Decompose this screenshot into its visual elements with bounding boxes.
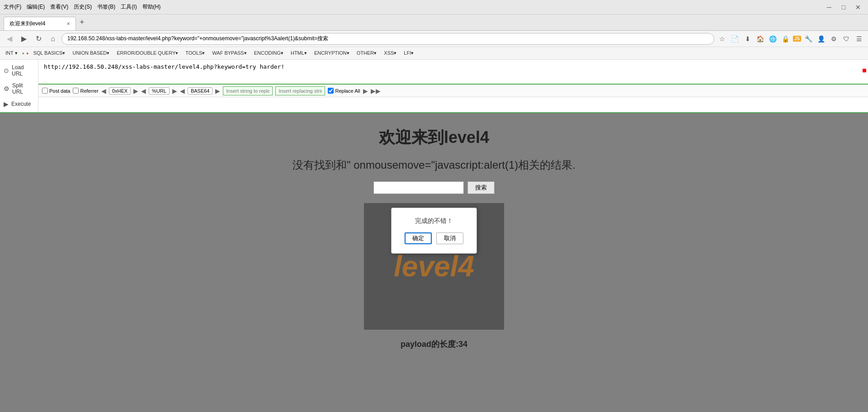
lock-icon[interactable]: 🔒: [780, 33, 791, 44]
modal-dialog: 完成的不错！ 确定 取消: [391, 208, 477, 254]
base64-encode-btn[interactable]: BASE64: [188, 87, 213, 95]
ext-sql-basics[interactable]: SQL BASICS▾: [30, 49, 68, 57]
ext-other[interactable]: OTHER▾: [354, 49, 380, 57]
replace-all-label: Replace All: [335, 88, 360, 94]
tab-bar: 欢迎来到level4 ✕ +: [0, 14, 868, 31]
home-nav-icon[interactable]: 🏠: [755, 33, 766, 44]
arrow-replace-2: ▶▶: [371, 87, 381, 95]
right-arrow-base64: ▶: [215, 87, 220, 95]
minimize-button[interactable]: ─: [823, 3, 835, 12]
find-input[interactable]: [223, 86, 273, 95]
replace-input[interactable]: [275, 86, 325, 95]
url-input-area: http://192.168.50.248/xss-labs-master/le…: [38, 60, 868, 112]
extension-icon3[interactable]: 🛡: [841, 33, 852, 44]
ext-encryption[interactable]: ENCRYPTION▾: [311, 49, 352, 57]
modal-buttons: 确定 取消: [405, 232, 463, 244]
post-data-checkbox[interactable]: [42, 88, 48, 94]
globe-icon[interactable]: 🌐: [768, 33, 778, 44]
bookmark-icon[interactable]: ☆: [717, 33, 728, 44]
maximize-button[interactable]: □: [837, 3, 850, 12]
level4-image-text: level4: [394, 250, 474, 283]
user-icon[interactable]: 👤: [816, 33, 826, 44]
menu-edit[interactable]: 编辑(E): [27, 3, 45, 11]
menu-bookmarks[interactable]: 书签(B): [97, 3, 115, 11]
red-indicator: [863, 69, 866, 72]
url-options-bar: Post data Referrer ◀ 0xHEX ▶ ◀ %URL ▶ ◀: [38, 85, 868, 97]
back-button[interactable]: ◀: [4, 33, 15, 45]
load-url-icon: ⊙: [4, 67, 9, 74]
post-data-label: Post data: [49, 88, 70, 94]
ext-union-based[interactable]: UNION BASED▾: [70, 49, 112, 57]
tab-close-button[interactable]: ✕: [66, 21, 70, 26]
arrow-replace-1: ▶: [363, 87, 368, 95]
split-url-icon: ⚙: [4, 85, 9, 92]
hex-encode-btn[interactable]: 0xHEX: [109, 87, 131, 95]
replace-all-option[interactable]: Replace All: [328, 88, 360, 94]
page-content: 欢迎来到level4 没有找到和" onmousemove="javascrip…: [0, 113, 868, 412]
referrer-checkbox[interactable]: [73, 88, 79, 94]
execute-item[interactable]: ▶ Execute: [0, 98, 38, 110]
split-url-item[interactable]: ⚙ Split URL: [0, 80, 38, 98]
replace-all-checkbox[interactable]: [328, 88, 334, 94]
download-icon[interactable]: ⬇: [742, 33, 753, 44]
extension-toolbar: INT ▾ ● ● SQL BASICS▾ UNION BASED▾ ERROR…: [0, 47, 868, 60]
url-textbox[interactable]: http://192.168.50.248/xss-labs-master/le…: [38, 60, 868, 85]
search-area: 搜索: [373, 181, 495, 194]
tab-label: 欢迎来到level4: [9, 20, 45, 28]
hex-label: 0xHEX: [112, 88, 127, 94]
menu-bar[interactable]: 文件(F) 编辑(E) 查看(V) 历史(S) 书签(B) 工具(I) 帮助(H…: [4, 3, 160, 11]
execute-icon: ▶: [4, 100, 9, 108]
load-url-item[interactable]: ⊙ Load URL: [0, 62, 38, 80]
split-url-label: Split URL: [12, 82, 34, 95]
referrer-label: Referrer: [80, 88, 98, 94]
menu-tools[interactable]: 工具(I): [121, 3, 137, 11]
ext-lfi[interactable]: LFI▾: [401, 49, 416, 57]
js-badge[interactable]: JS: [793, 36, 801, 42]
percent-label: %URL: [152, 88, 166, 94]
reload-button[interactable]: ↻: [33, 33, 44, 45]
base64-label: BASE64: [191, 88, 210, 94]
menu-help[interactable]: 帮助(H): [142, 3, 161, 11]
close-button[interactable]: ✕: [852, 3, 864, 12]
menu-icon[interactable]: ☰: [854, 33, 864, 44]
page-title: 欢迎来到level4: [379, 127, 489, 149]
left-arrow-percent: ◀: [141, 87, 146, 95]
forward-button[interactable]: ▶: [18, 33, 30, 45]
page-subtitle: 没有找到和" onmousemove="javascript:alert(1)相…: [292, 158, 576, 172]
ext-encoding[interactable]: ENCODING▾: [251, 49, 286, 57]
menu-file[interactable]: 文件(F): [4, 3, 21, 11]
nav-icons: ☆ 📄 ⬇ 🏠 🌐 🔒 JS 🔧 👤 ⚙ 🛡 ☰: [717, 33, 864, 44]
ext-int[interactable]: INT ▾: [3, 49, 20, 57]
percent-encode-btn[interactable]: %URL: [149, 87, 170, 95]
page-search-button[interactable]: 搜索: [467, 181, 495, 194]
load-url-label: Load URL: [12, 64, 34, 77]
title-bar: 文件(F) 编辑(E) 查看(V) 历史(S) 书签(B) 工具(I) 帮助(H…: [0, 0, 868, 14]
page-search-input[interactable]: [373, 181, 464, 194]
right-arrow-percent: ▶: [172, 87, 177, 95]
reader-icon[interactable]: 📄: [730, 33, 741, 44]
xss-sidebar: ⊙ Load URL ⚙ Split URL ▶ Execute: [0, 60, 38, 112]
menu-view[interactable]: 查看(V): [50, 3, 68, 11]
url-bar[interactable]: [61, 33, 714, 45]
ext-error-double[interactable]: ERROR/DOUBLE QUERY▾: [114, 49, 181, 57]
payload-info: payload的长度:34: [401, 339, 467, 350]
home-button[interactable]: ⌂: [47, 33, 59, 45]
ext-xss[interactable]: XSS▾: [381, 49, 399, 57]
modal-ok-button[interactable]: 确定: [405, 232, 432, 244]
ext-waf-bypass[interactable]: WAF BYPASS▾: [209, 49, 249, 57]
post-data-option[interactable]: Post data: [42, 88, 70, 94]
image-box: 完成的不错！ 确定 取消 level4: [364, 203, 504, 330]
window-controls: ─ □ ✕: [823, 3, 864, 12]
referrer-option[interactable]: Referrer: [73, 88, 98, 94]
modal-cancel-button[interactable]: 取消: [436, 232, 463, 244]
ext-html[interactable]: HTML▾: [288, 49, 310, 57]
extension-icon1[interactable]: 🔧: [803, 33, 814, 44]
ext-tools[interactable]: TOOLS▾: [183, 49, 208, 57]
execute-label: Execute: [11, 101, 31, 107]
nav-bar: ◀ ▶ ↻ ⌂ ☆ 📄 ⬇ 🏠 🌐 🔒 JS 🔧 👤 ⚙ 🛡 ☰: [0, 31, 868, 47]
right-arrow-hex: ▶: [133, 87, 138, 95]
active-tab[interactable]: 欢迎来到level4 ✕: [4, 17, 76, 30]
menu-history[interactable]: 历史(S): [74, 3, 92, 11]
new-tab-button[interactable]: +: [76, 18, 88, 27]
extension-icon2[interactable]: ⚙: [828, 33, 839, 44]
